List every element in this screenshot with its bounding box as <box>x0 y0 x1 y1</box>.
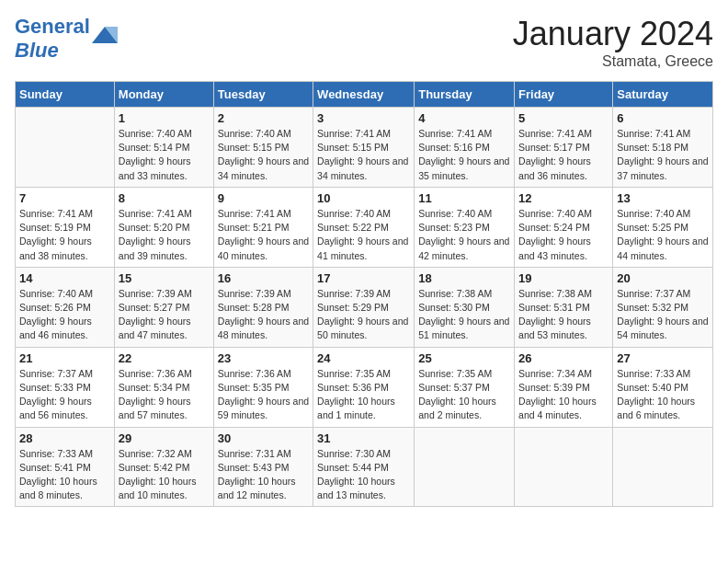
day-cell: 5Sunrise: 7:41 AM Sunset: 5:17 PM Daylig… <box>515 108 613 188</box>
day-number: 24 <box>317 351 410 365</box>
week-row-1: 1Sunrise: 7:40 AM Sunset: 5:14 PM Daylig… <box>16 108 713 188</box>
header-day-tuesday: Tuesday <box>213 82 313 108</box>
day-info: Sunrise: 7:36 AM Sunset: 5:35 PM Dayligh… <box>218 367 309 423</box>
header-day-thursday: Thursday <box>415 82 515 108</box>
day-number: 11 <box>418 191 510 205</box>
day-cell: 26Sunrise: 7:34 AM Sunset: 5:39 PM Dayli… <box>515 347 613 427</box>
day-number: 9 <box>218 191 309 205</box>
day-info: Sunrise: 7:41 AM Sunset: 5:20 PM Dayligh… <box>119 207 210 263</box>
header-day-monday: Monday <box>114 82 213 108</box>
day-info: Sunrise: 7:38 AM Sunset: 5:30 PM Dayligh… <box>418 287 510 343</box>
day-number: 12 <box>518 191 609 205</box>
week-row-2: 7Sunrise: 7:41 AM Sunset: 5:19 PM Daylig… <box>16 187 713 267</box>
day-cell: 20Sunrise: 7:37 AM Sunset: 5:32 PM Dayli… <box>613 267 713 347</box>
header-day-friday: Friday <box>515 82 613 108</box>
day-cell: 18Sunrise: 7:38 AM Sunset: 5:30 PM Dayli… <box>415 267 515 347</box>
day-info: Sunrise: 7:33 AM Sunset: 5:41 PM Dayligh… <box>19 447 110 503</box>
location: Stamata, Greece <box>513 53 713 70</box>
day-number: 26 <box>518 351 609 365</box>
day-number: 19 <box>518 271 609 285</box>
day-info: Sunrise: 7:33 AM Sunset: 5:40 PM Dayligh… <box>617 367 709 423</box>
day-info: Sunrise: 7:30 AM Sunset: 5:44 PM Dayligh… <box>317 447 410 503</box>
day-number: 3 <box>317 111 410 125</box>
day-number: 20 <box>617 271 709 285</box>
day-number: 13 <box>617 191 709 205</box>
day-number: 7 <box>19 191 110 205</box>
day-number: 25 <box>418 351 510 365</box>
day-number: 14 <box>19 271 110 285</box>
day-cell: 31Sunrise: 7:30 AM Sunset: 5:44 PM Dayli… <box>313 427 415 507</box>
day-cell: 7Sunrise: 7:41 AM Sunset: 5:19 PM Daylig… <box>16 187 115 267</box>
day-info: Sunrise: 7:41 AM Sunset: 5:18 PM Dayligh… <box>617 127 709 183</box>
day-cell: 3Sunrise: 7:41 AM Sunset: 5:15 PM Daylig… <box>313 108 415 188</box>
day-cell <box>613 427 713 507</box>
day-number: 15 <box>119 271 210 285</box>
day-info: Sunrise: 7:31 AM Sunset: 5:43 PM Dayligh… <box>218 447 309 503</box>
day-number: 5 <box>518 111 609 125</box>
day-info: Sunrise: 7:39 AM Sunset: 5:28 PM Dayligh… <box>218 287 309 343</box>
day-info: Sunrise: 7:40 AM Sunset: 5:25 PM Dayligh… <box>617 207 709 263</box>
day-info: Sunrise: 7:40 AM Sunset: 5:26 PM Dayligh… <box>19 287 110 343</box>
day-cell: 11Sunrise: 7:40 AM Sunset: 5:23 PM Dayli… <box>415 187 515 267</box>
day-info: Sunrise: 7:41 AM Sunset: 5:19 PM Dayligh… <box>19 207 110 263</box>
logo-icon <box>92 25 118 45</box>
day-cell <box>16 108 115 188</box>
day-number: 30 <box>218 431 309 445</box>
day-number: 6 <box>617 111 709 125</box>
day-info: Sunrise: 7:41 AM Sunset: 5:17 PM Dayligh… <box>518 127 609 183</box>
day-info: Sunrise: 7:32 AM Sunset: 5:42 PM Dayligh… <box>119 447 210 503</box>
day-number: 28 <box>19 431 110 445</box>
day-cell: 25Sunrise: 7:35 AM Sunset: 5:37 PM Dayli… <box>415 347 515 427</box>
day-cell: 6Sunrise: 7:41 AM Sunset: 5:18 PM Daylig… <box>613 108 713 188</box>
week-row-4: 21Sunrise: 7:37 AM Sunset: 5:33 PM Dayli… <box>16 347 713 427</box>
day-info: Sunrise: 7:41 AM Sunset: 5:15 PM Dayligh… <box>317 127 410 183</box>
day-info: Sunrise: 7:41 AM Sunset: 5:16 PM Dayligh… <box>418 127 510 183</box>
day-cell: 27Sunrise: 7:33 AM Sunset: 5:40 PM Dayli… <box>613 347 713 427</box>
day-number: 1 <box>119 111 210 125</box>
header-day-wednesday: Wednesday <box>313 82 415 108</box>
day-number: 17 <box>317 271 410 285</box>
day-cell: 23Sunrise: 7:36 AM Sunset: 5:35 PM Dayli… <box>213 347 313 427</box>
day-cell: 30Sunrise: 7:31 AM Sunset: 5:43 PM Dayli… <box>213 427 313 507</box>
title-block: January 2024 Stamata, Greece <box>513 15 713 70</box>
day-info: Sunrise: 7:35 AM Sunset: 5:37 PM Dayligh… <box>418 367 510 423</box>
day-cell: 4Sunrise: 7:41 AM Sunset: 5:16 PM Daylig… <box>415 108 515 188</box>
day-number: 23 <box>218 351 309 365</box>
day-cell: 15Sunrise: 7:39 AM Sunset: 5:27 PM Dayli… <box>114 267 213 347</box>
day-number: 10 <box>317 191 410 205</box>
logo: GeneralBlue <box>15 15 118 63</box>
month-title: January 2024 <box>513 15 713 53</box>
day-number: 22 <box>119 351 210 365</box>
day-info: Sunrise: 7:40 AM Sunset: 5:24 PM Dayligh… <box>518 207 609 263</box>
page-header: GeneralBlue January 2024 Stamata, Greece <box>15 15 713 70</box>
day-cell: 17Sunrise: 7:39 AM Sunset: 5:29 PM Dayli… <box>313 267 415 347</box>
day-number: 18 <box>418 271 510 285</box>
header-row: SundayMondayTuesdayWednesdayThursdayFrid… <box>16 82 713 108</box>
day-info: Sunrise: 7:38 AM Sunset: 5:31 PM Dayligh… <box>518 287 609 343</box>
week-row-5: 28Sunrise: 7:33 AM Sunset: 5:41 PM Dayli… <box>16 427 713 507</box>
day-cell: 14Sunrise: 7:40 AM Sunset: 5:26 PM Dayli… <box>16 267 115 347</box>
day-number: 31 <box>317 431 410 445</box>
day-number: 4 <box>418 111 510 125</box>
day-cell: 13Sunrise: 7:40 AM Sunset: 5:25 PM Dayli… <box>613 187 713 267</box>
day-info: Sunrise: 7:41 AM Sunset: 5:21 PM Dayligh… <box>218 207 309 263</box>
day-cell: 10Sunrise: 7:40 AM Sunset: 5:22 PM Dayli… <box>313 187 415 267</box>
day-cell: 16Sunrise: 7:39 AM Sunset: 5:28 PM Dayli… <box>213 267 313 347</box>
day-info: Sunrise: 7:34 AM Sunset: 5:39 PM Dayligh… <box>518 367 609 423</box>
day-cell: 24Sunrise: 7:35 AM Sunset: 5:36 PM Dayli… <box>313 347 415 427</box>
day-cell <box>415 427 515 507</box>
day-cell: 1Sunrise: 7:40 AM Sunset: 5:14 PM Daylig… <box>114 108 213 188</box>
day-cell: 8Sunrise: 7:41 AM Sunset: 5:20 PM Daylig… <box>114 187 213 267</box>
header-day-sunday: Sunday <box>16 82 115 108</box>
day-cell: 22Sunrise: 7:36 AM Sunset: 5:34 PM Dayli… <box>114 347 213 427</box>
day-info: Sunrise: 7:40 AM Sunset: 5:23 PM Dayligh… <box>418 207 510 263</box>
day-number: 8 <box>119 191 210 205</box>
day-cell: 28Sunrise: 7:33 AM Sunset: 5:41 PM Dayli… <box>16 427 115 507</box>
day-number: 16 <box>218 271 309 285</box>
day-info: Sunrise: 7:36 AM Sunset: 5:34 PM Dayligh… <box>119 367 210 423</box>
day-number: 29 <box>119 431 210 445</box>
day-info: Sunrise: 7:37 AM Sunset: 5:33 PM Dayligh… <box>19 367 110 423</box>
day-cell: 19Sunrise: 7:38 AM Sunset: 5:31 PM Dayli… <box>515 267 613 347</box>
day-number: 2 <box>218 111 309 125</box>
calendar-table: SundayMondayTuesdayWednesdayThursdayFrid… <box>15 81 713 507</box>
